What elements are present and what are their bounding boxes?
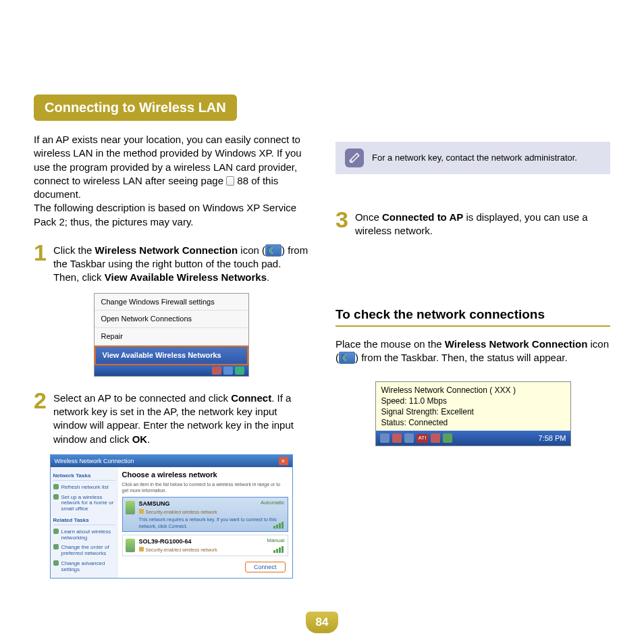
ati-tray-icon[interactable]: ATI [417, 434, 429, 443]
check-body: Place the mouse on the Wireless Network … [336, 338, 610, 365]
menu-item-view-networks[interactable]: View Available Wireless Networks [95, 346, 248, 365]
menu-item-repair[interactable]: Repair [95, 328, 248, 346]
network-name: SOL39-RG1000-64 [139, 537, 285, 545]
note-text: For a network key, contact the network a… [372, 152, 577, 164]
text-bold: Connect [231, 392, 271, 404]
menu-item-open-connections[interactable]: Open Network Connections [95, 311, 248, 328]
step-2: 2 Select an AP to be connected and click… [34, 389, 308, 446]
text-bold: Wireless Network Connection [95, 244, 238, 256]
connect-button[interactable]: Connect [245, 562, 286, 572]
sidebar-item-advanced[interactable]: Change advanced settings [53, 559, 115, 575]
wireless-tray-icon [265, 244, 281, 257]
step-number: 1 [34, 241, 47, 285]
subsection-heading: To check the network connections [336, 306, 610, 327]
text: Place the mouse on the [336, 338, 445, 350]
network-desc: This network requires a network key. If … [139, 516, 285, 529]
text: ) from the Taskbar. Then, the status wil… [355, 352, 568, 363]
tooltip-line: Status: Connected [381, 417, 565, 428]
network-item-sol39[interactable]: Manual SOL39-RG1000-64 Security-enabled … [122, 535, 288, 556]
dialog-titlebar: Wireless Network Connection × [51, 455, 292, 467]
text: Click the [53, 244, 95, 256]
status-tooltip: Wireless Network Connection ( XXX ) Spee… [375, 381, 571, 447]
network-item-samsung[interactable]: Automatic SAMSUNG Security-enabled wirel… [122, 497, 288, 532]
dialog-sidebar: Network Tasks Refresh network list Set u… [51, 467, 118, 578]
page-number: 84 [306, 612, 338, 633]
context-menu: Change Windows Firewall settings Open Ne… [94, 293, 249, 377]
tooltip-line: Wireless Network Connection ( XXX ) [381, 385, 565, 396]
signal-bars-icon [273, 522, 284, 529]
text-bold: Connected to AP [382, 211, 463, 223]
dialog-title: Wireless Network Connection [55, 457, 134, 465]
text: Select an AP to be connected and click [53, 392, 231, 404]
dialog-main: Choose a wireless network Click an item … [118, 467, 292, 578]
wireless-tray-icon [339, 352, 355, 364]
sidebar-item-order[interactable]: Change the order of preferred networks [53, 543, 115, 559]
tray-icon[interactable] [392, 433, 402, 443]
note-box: For a network key, contact the network a… [336, 142, 610, 174]
text: Once [355, 211, 382, 223]
step-3: 3 Once Connected to AP is displayed, you… [336, 208, 610, 238]
intro-p2: The following description is based on Wi… [34, 201, 308, 229]
intro-text: If an AP exists near your location, you … [34, 133, 308, 229]
tray-icon[interactable] [431, 433, 440, 443]
taskbar: ATI 7:58 PM [376, 431, 570, 446]
text-bold: Wireless Network Connection [445, 338, 588, 350]
pencil-note-icon [345, 149, 364, 167]
main-desc: Click an item in the list below to conne… [122, 481, 288, 494]
step-number: 2 [34, 389, 47, 446]
step-number: 3 [336, 208, 348, 238]
text: icon ( [238, 244, 265, 256]
text-bold: View Available Wireless Networks [105, 271, 267, 283]
step-1: 1 Click the Wireless Network Connection … [34, 241, 308, 285]
page-ref: 88 [237, 175, 248, 186]
document-icon [226, 176, 234, 186]
tooltip-line: Speed: 11.0 Mbps [381, 396, 565, 406]
menu-item-firewall[interactable]: Change Windows Firewall settings [95, 294, 248, 311]
sidebar-header: Network Tasks [53, 473, 115, 481]
close-icon[interactable]: × [279, 457, 288, 465]
sidebar-item-refresh[interactable]: Refresh network list [53, 483, 115, 493]
security-label: Security-enabled wireless network [139, 547, 285, 553]
text-bold: OK [132, 433, 148, 445]
signal-bars-icon [273, 546, 284, 553]
sidebar-item-setup[interactable]: Set up a wireless network for a home or … [53, 493, 115, 514]
main-heading: Choose a wireless network [122, 470, 288, 480]
wireless-dialog: Wireless Network Connection × Network Ta… [50, 454, 293, 579]
tray-icon[interactable] [380, 433, 390, 443]
sidebar-item-learn[interactable]: Learn about wireless networking [53, 527, 115, 543]
sidebar-header: Related Tasks [53, 517, 115, 525]
text: . [147, 433, 150, 445]
text: . [267, 271, 269, 283]
section-heading: Connecting to Wireless LAN [34, 95, 237, 121]
security-label: Security-enabled wireless network [139, 509, 285, 515]
tooltip-line: Signal Strength: Excellent [381, 406, 565, 417]
connect-mode: Manual [267, 537, 284, 545]
tray-icon[interactable] [404, 433, 414, 443]
clock: 7:58 PM [539, 433, 566, 444]
taskbar-tray [95, 365, 248, 376]
tray-icon[interactable] [443, 433, 452, 443]
connect-mode: Automatic [261, 500, 285, 507]
